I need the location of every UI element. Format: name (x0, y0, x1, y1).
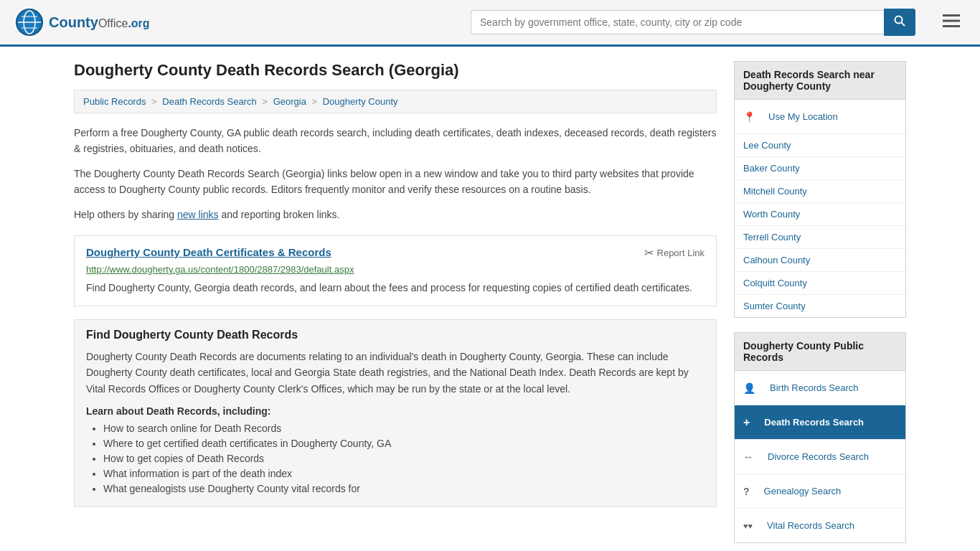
use-my-location-link[interactable]: Use My Location (760, 105, 847, 128)
resource-header: Dougherty County Death Certificates & Re… (86, 246, 705, 260)
nearby-lee[interactable]: Lee County (735, 134, 905, 157)
learn-item: How to search online for Death Records (103, 423, 705, 434)
birth-records-item[interactable]: 👤 Birth Records Search (735, 371, 905, 405)
plus-icon: + (743, 416, 750, 429)
learn-list: How to search online for Death Records W… (86, 423, 705, 494)
nearby-worth[interactable]: Worth County (735, 203, 905, 226)
nearby-colquitt[interactable]: Colquitt County (735, 272, 905, 295)
learn-item: Where to get certified death certificate… (103, 438, 705, 449)
report-link-label: Report Link (657, 248, 705, 258)
resource-url[interactable]: http://www.dougherty.ga.us/content/1800/… (86, 264, 705, 275)
svg-rect-11 (943, 25, 960, 27)
description-para2: The Dougherty County Death Records Searc… (74, 166, 717, 198)
desc-para3-prefix: Help others by sharing (74, 209, 177, 220)
breadcrumb-death-records[interactable]: Death Records Search (162, 96, 257, 107)
find-section-title: Find Dougherty County Death Records (86, 329, 705, 342)
divorce-records-link[interactable]: Divorce Records Search (759, 446, 877, 468)
public-records-section: Dougherty County Public Records 👤 Birth … (734, 332, 906, 543)
use-my-location-item[interactable]: 📍 Use My Location (735, 100, 905, 134)
svg-rect-10 (943, 20, 960, 22)
nearby-calhoun[interactable]: Calhoun County (735, 249, 905, 272)
resource-url-link[interactable]: http://www.dougherty.ga.us/content/1800/… (86, 264, 354, 275)
sidebar: Death Records Search near Dougherty Coun… (734, 61, 906, 551)
genealogy-item[interactable]: ? Genealogy Search (735, 474, 905, 509)
report-link-button[interactable]: ✂ Report Link (644, 246, 705, 260)
nearby-mitchell[interactable]: Mitchell County (735, 180, 905, 203)
logo-text: CountyOffice.org (49, 14, 150, 31)
search-icon (894, 15, 905, 27)
hamburger-menu-button[interactable] (937, 10, 966, 34)
main-container: Dougherty County Death Records Search (G… (60, 47, 920, 551)
resource-title-link[interactable]: Dougherty County Death Certificates & Re… (86, 246, 331, 258)
nearby-list: 📍 Use My Location Lee County Baker Count… (734, 100, 906, 318)
genealogy-link[interactable]: Genealogy Search (755, 480, 850, 502)
arrows-icon: ↔ (743, 451, 753, 463)
public-records-list: 👤 Birth Records Search + Death Records S… (734, 371, 906, 543)
vital-records-item[interactable]: ♥♥ Vital Records Search (735, 509, 905, 542)
desc-para3-suffix: and reporting broken links. (219, 209, 340, 220)
death-records-link[interactable]: Death Records Search (755, 411, 872, 433)
hamburger-icon (943, 14, 960, 27)
search-button[interactable] (884, 9, 915, 36)
new-links-link[interactable]: new links (177, 209, 219, 220)
description-para1: Perform a free Dougherty County, GA publ… (74, 125, 717, 157)
nearby-section: Death Records Search near Dougherty Coun… (734, 61, 906, 318)
death-records-item[interactable]: + Death Records Search (735, 405, 905, 440)
page-title: Dougherty County Death Records Search (G… (74, 61, 717, 80)
scissors-icon: ✂ (644, 246, 654, 260)
svg-point-7 (895, 17, 903, 24)
vital-records-link[interactable]: Vital Records Search (758, 514, 863, 537)
logo[interactable]: CountyOffice.org (14, 7, 150, 37)
question-icon: ? (743, 486, 750, 497)
breadcrumb-sep1: > (151, 96, 159, 107)
breadcrumb-public-records[interactable]: Public Records (83, 96, 146, 107)
search-bar (471, 9, 915, 36)
learn-title: Learn about Death Records, including: (86, 405, 705, 417)
content-area: Dougherty County Death Records Search (G… (74, 61, 717, 551)
nearby-sumter[interactable]: Sumter County (735, 295, 905, 317)
birth-records-link[interactable]: Birth Records Search (761, 377, 867, 399)
learn-item: What genealogists use Dougherty County v… (103, 483, 705, 494)
breadcrumb: Public Records > Death Records Search > … (74, 90, 717, 113)
search-input[interactable] (471, 10, 884, 34)
location-pin-icon: 📍 (743, 111, 755, 123)
learn-item: How to get copies of Death Records (103, 453, 705, 464)
svg-line-8 (902, 23, 905, 27)
resource-description: Find Dougherty County, Georgia death rec… (86, 281, 705, 296)
nearby-terrell[interactable]: Terrell County (735, 226, 905, 249)
breadcrumb-dougherty[interactable]: Dougherty County (323, 96, 398, 107)
nearby-header: Death Records Search near Dougherty Coun… (734, 61, 906, 100)
breadcrumb-sep2: > (262, 96, 270, 107)
breadcrumb-sep3: > (312, 96, 320, 107)
breadcrumb-georgia[interactable]: Georgia (273, 96, 306, 107)
description-para3: Help others by sharing new links and rep… (74, 207, 717, 222)
learn-item: What information is part of the death in… (103, 468, 705, 479)
site-header: CountyOffice.org (0, 0, 980, 47)
nearby-baker[interactable]: Baker County (735, 157, 905, 180)
resource-card: Dougherty County Death Certificates & Re… (74, 235, 717, 306)
public-records-header: Dougherty County Public Records (734, 332, 906, 371)
svg-rect-9 (943, 14, 960, 17)
find-section: Find Dougherty County Death Records Doug… (74, 319, 717, 507)
divorce-records-item[interactable]: ↔ Divorce Records Search (735, 440, 905, 474)
logo-icon (14, 7, 44, 37)
find-section-content: Dougherty County Death Records are docum… (86, 349, 705, 397)
person-icon: 👤 (743, 382, 755, 394)
vital-icon: ♥♥ (743, 522, 753, 530)
